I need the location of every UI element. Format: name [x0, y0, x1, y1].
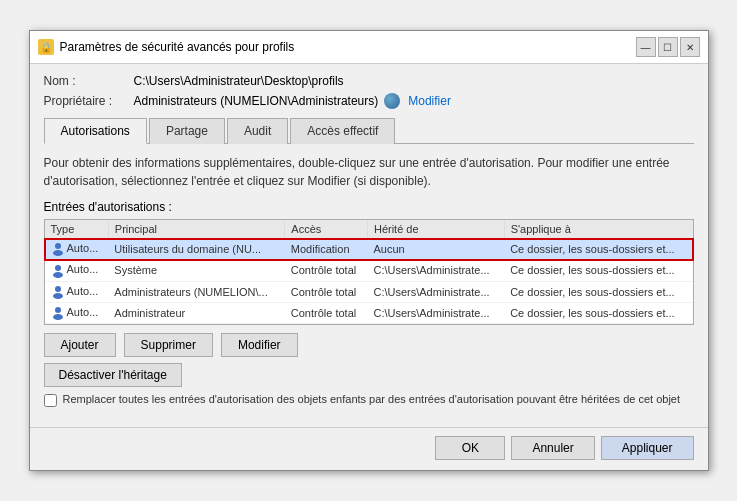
- minimize-button[interactable]: —: [636, 37, 656, 57]
- col-herite: Hérité de: [367, 220, 504, 239]
- cell-acces: Contrôle total: [285, 302, 368, 323]
- section-title: Entrées d'autorisations :: [44, 200, 694, 214]
- col-principal: Principal: [108, 220, 285, 239]
- table-header-row: Type Principal Accès Hérité de S'appliqu…: [45, 220, 693, 239]
- title-bar: 🔒 Paramètres de sécurité avancés pour pr…: [30, 31, 708, 64]
- col-type: Type: [45, 220, 109, 239]
- ok-button[interactable]: OK: [435, 436, 505, 460]
- nom-value: C:\Users\Administrateur\Desktop\profils: [134, 74, 344, 88]
- maximize-button[interactable]: ☐: [658, 37, 678, 57]
- checkbox-label: Remplacer toutes les entrées d'autorisat…: [63, 393, 681, 405]
- cell-acces: Contrôle total: [285, 260, 368, 281]
- tab-autorisations[interactable]: Autorisations: [44, 118, 147, 144]
- col-acces: Accès: [285, 220, 368, 239]
- cell-type: Auto...: [45, 302, 109, 323]
- tab-partage[interactable]: Partage: [149, 118, 225, 144]
- cell-herite: C:\Users\Administrate...: [367, 302, 504, 323]
- col-applique: S'applique à: [504, 220, 692, 239]
- table-row[interactable]: Auto... Système Contrôle total C:\Users\…: [45, 260, 693, 281]
- permissions-table-container: Type Principal Accès Hérité de S'appliqu…: [44, 219, 694, 324]
- checkbox-row: Remplacer toutes les entrées d'autorisat…: [44, 393, 694, 407]
- proprietaire-label: Propriétaire :: [44, 94, 134, 108]
- cell-applique: Ce dossier, les sous-dossiers et...: [504, 260, 692, 281]
- proprietaire-row: Propriétaire : Administrateurs (NUMELION…: [44, 93, 694, 109]
- tab-acces-effectif[interactable]: Accès effectif: [290, 118, 395, 144]
- cell-herite: C:\Users\Administrate...: [367, 260, 504, 281]
- supprimer-button[interactable]: Supprimer: [124, 333, 213, 357]
- description-text: Pour obtenir des informations supplément…: [44, 154, 694, 190]
- cell-applique: Ce dossier, les sous-dossiers et...: [504, 239, 692, 260]
- ajouter-button[interactable]: Ajouter: [44, 333, 116, 357]
- annuler-button[interactable]: Annuler: [511, 436, 594, 460]
- svg-point-3: [53, 272, 63, 278]
- tab-content: Pour obtenir des informations supplément…: [44, 144, 694, 416]
- cell-herite: C:\Users\Administrate...: [367, 281, 504, 302]
- proprietaire-value: Administrateurs (NUMELION\Administrateur…: [134, 94, 379, 108]
- cell-herite: Aucun: [367, 239, 504, 260]
- tab-audit[interactable]: Audit: [227, 118, 288, 144]
- table-row[interactable]: Auto... Administrateurs (NUMELION\... Co…: [45, 281, 693, 302]
- nom-label: Nom :: [44, 74, 134, 88]
- replace-checkbox[interactable]: [44, 394, 57, 407]
- cell-type: Auto...: [45, 260, 109, 281]
- svg-point-4: [55, 286, 61, 292]
- table-row[interactable]: Auto... Administrateur Contrôle total C:…: [45, 302, 693, 323]
- window-content: Nom : C:\Users\Administrateur\Desktop\pr…: [30, 64, 708, 426]
- cell-applique: Ce dossier, les sous-dossiers et...: [504, 302, 692, 323]
- modifier-button[interactable]: Modifier: [221, 333, 298, 357]
- close-button[interactable]: ✕: [680, 37, 700, 57]
- globe-icon: [384, 93, 400, 109]
- cell-type: Auto...: [45, 281, 109, 302]
- title-controls: — ☐ ✕: [636, 37, 700, 57]
- title-bar-left: 🔒 Paramètres de sécurité avancés pour pr…: [38, 39, 295, 55]
- svg-point-2: [55, 265, 61, 271]
- svg-point-0: [55, 243, 61, 249]
- cell-principal: Administrateur: [108, 302, 285, 323]
- heritage-row: Désactiver l'héritage: [44, 363, 694, 387]
- appliquer-button[interactable]: Appliquer: [601, 436, 694, 460]
- svg-point-5: [53, 293, 63, 299]
- desactiver-heritage-button[interactable]: Désactiver l'héritage: [44, 363, 182, 387]
- tabs-bar: Autorisations Partage Audit Accès effect…: [44, 117, 694, 144]
- cell-acces: Contrôle total: [285, 281, 368, 302]
- window-icon: 🔒: [38, 39, 54, 55]
- nom-row: Nom : C:\Users\Administrateur\Desktop\pr…: [44, 74, 694, 88]
- main-window: 🔒 Paramètres de sécurité avancés pour pr…: [29, 30, 709, 470]
- table-row[interactable]: Auto... Utilisateurs du domaine (NU... M…: [45, 239, 693, 260]
- svg-point-7: [53, 314, 63, 320]
- cell-principal: Système: [108, 260, 285, 281]
- permissions-table: Type Principal Accès Hérité de S'appliqu…: [45, 220, 693, 323]
- cell-applique: Ce dossier, les sous-dossiers et...: [504, 281, 692, 302]
- footer: OK Annuler Appliquer: [30, 427, 708, 470]
- cell-acces: Modification: [285, 239, 368, 260]
- cell-principal: Utilisateurs du domaine (NU...: [108, 239, 285, 260]
- modifier-link[interactable]: Modifier: [408, 94, 451, 108]
- svg-point-1: [53, 250, 63, 256]
- svg-point-6: [55, 307, 61, 313]
- cell-principal: Administrateurs (NUMELION\...: [108, 281, 285, 302]
- action-buttons: Ajouter Supprimer Modifier: [44, 333, 694, 357]
- cell-type: Auto...: [45, 239, 109, 260]
- window-title: Paramètres de sécurité avancés pour prof…: [60, 40, 295, 54]
- table-body: Auto... Utilisateurs du domaine (NU... M…: [45, 239, 693, 323]
